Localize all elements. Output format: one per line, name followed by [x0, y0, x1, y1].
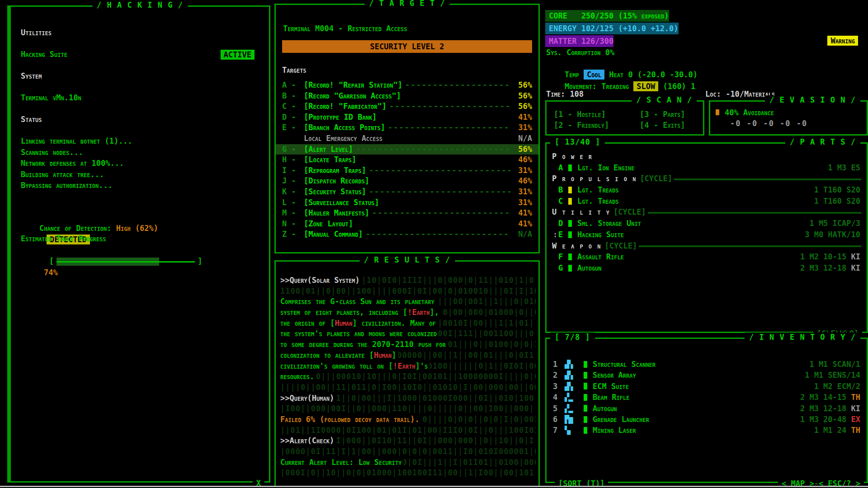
scan-option[interactable]: [1 - Hostile]: [554, 109, 640, 120]
detection-row: Chance of Detection: High (62%) DETECTED: [21, 211, 261, 223]
scan-option[interactable]: [3 - Parts]: [640, 109, 703, 120]
trace-progress-bar: [57, 258, 195, 266]
results-line: 1I|00||||0101||0|1I10|||001|01|I|01|||0|…: [280, 339, 536, 350]
hud-column: CORE 250/250 (15% exposed) ENERGY 102/12…: [545, 0, 868, 488]
results-line: 0|0|0||00000|0|||10|0I0|1I1I|||0|000|0|1…: [280, 275, 536, 286]
item-status-block: [584, 416, 587, 423]
target-row[interactable]: K - [Security Status]-------------------…: [276, 187, 538, 197]
data-noise: ||||0||00||11|011|0|I00|10I0||01010|I|00…: [280, 382, 536, 393]
results-line: |I00||000|00I||0||000|110||||0|||||0||00…: [280, 404, 536, 414]
results-line: 0||00|||000|I10|0|||010000|1I0100||||||0…: [280, 361, 536, 372]
target-row[interactable]: A - [Record! "Repair Station"]----------…: [276, 80, 538, 91]
target-row[interactable]: J - [Dispatch Records]46%: [276, 176, 538, 187]
target-row[interactable]: L - [Surveillance Status]31%: [276, 197, 538, 208]
parts-panel-title: / P A R T S /: [785, 137, 860, 146]
target-row[interactable]: H - [Locate Traps]46%: [276, 155, 538, 165]
part-row[interactable]: BLgt. Treads1 T160 S20: [547, 184, 867, 196]
trace-progress-row: [] 74%: [21, 244, 261, 256]
scan-panel-title: / S C A N /: [632, 95, 697, 104]
part-row[interactable]: GAutogun2 M3 12-18 KI: [547, 263, 867, 274]
hacking-status-line: Building attack tree...: [21, 169, 261, 180]
inventory-row[interactable]: 1▟▚Structural Scanner1 M1 SCAN/1: [547, 359, 867, 370]
data-noise: |0000|0I|11|I|1|00||000|0|0|0|0011||I0|0…: [280, 446, 536, 457]
scan-panel: / S C A N / [1 - Hostile][3 - Parts][2 -…: [545, 100, 704, 136]
scan-option[interactable]: [4 - Exits]: [640, 120, 703, 131]
results-lines: 0|0|0||00000|0|||10|0I0|1I1I|||0|000|0|1…: [280, 275, 536, 479]
results-line: ||||0||00||11|011|0|I00|10I0||01010|I|00…: [280, 382, 536, 393]
detection-value: High (62%): [116, 224, 158, 233]
active-badge: ACTIVE: [221, 50, 255, 60]
data-noise: |||100I0|||00010|10|||0|I0I|00101||10000…: [280, 371, 536, 382]
movement-speed-text: (160) 1: [658, 82, 695, 91]
results-line: |000001||0||0I||0011|1||0|0|0||||0|0|0||…: [280, 414, 536, 425]
item-status-block: [584, 372, 587, 379]
part-row[interactable]: DSml. Storage Unit1 M5 ICAP/3: [547, 218, 867, 229]
results-line: |000|||00|0|1|00II|I11|00I0000||||00|001…: [280, 296, 536, 307]
part-row[interactable]: FAssault Rifle1 M2 10-15 KI: [547, 251, 867, 263]
movement-row: Movement: Treading SLOW (160) 1: [546, 70, 695, 81]
part-status-block: [568, 253, 572, 260]
target-row[interactable]: E - [Branch Access Points]--------------…: [276, 122, 538, 133]
item-icon: ▞▂: [565, 403, 584, 414]
hacking-panel-title: / H A C K I N G /: [92, 0, 188, 9]
item-status-block: [584, 405, 587, 412]
hacking-status-line: Scanning nodes...: [21, 147, 261, 158]
part-section-header: W e a p o n[CYCLE]: [547, 240, 867, 252]
evasion-panel: / E V A S I O N / 40% Avoidance -0 -0 -0…: [709, 100, 868, 136]
target-row[interactable]: M - [Hauler Manifests]------------------…: [276, 208, 538, 219]
cycle-button[interactable]: [CYCLE]: [640, 173, 672, 184]
location-readout: Loc: -10/Materials: [705, 89, 775, 99]
hacking-suite-label: Hacking Suite: [21, 49, 67, 60]
item-icon: ▟▚: [565, 381, 584, 392]
results-line: |0|01000|1|1||0|00|||I|1000|01000I000||0…: [280, 393, 536, 404]
target-row[interactable]: Z - [Manual Command]--------------------…: [276, 229, 538, 240]
sys-corruption: Sys. Corruption 0%: [546, 47, 614, 58]
inventory-row[interactable]: 2▟▚Sensor Array1 M1 SENS/14: [547, 370, 867, 380]
parts-count: [ 13/40 ]: [550, 137, 605, 146]
results-line: ||0|10||1|0I|000||0I10|11||0I||000|000||…: [280, 436, 536, 446]
cycle-button[interactable]: [CYCLE]: [605, 240, 637, 252]
hacking-status-line: Network defenses at 100%...: [21, 158, 261, 169]
parts-panel: [ 13/40 ] / P A R T S / [C\E\W\Q] P o w …: [545, 142, 868, 333]
cycle-button[interactable]: [CYCLE]: [613, 206, 646, 218]
data-noise: |000I|0||10||0|0|01000|100100I11|00||1|I…: [280, 468, 536, 479]
inventory-row[interactable]: 3▟▚ECM Suite1 M2 ECM/2: [547, 381, 867, 392]
results-panel-title: / R E S U L T S /: [359, 255, 455, 264]
results-line: |1|0|00||0|0|||I|000|0000000||00||1||00|…: [280, 350, 536, 361]
part-row[interactable]: ALgt. Ion Engine1 M3 E5: [547, 162, 867, 174]
target-row[interactable]: G - [Alert Level]-----------------------…: [276, 144, 538, 155]
inventory-row[interactable]: 7▚▖Mining Laser1 M1 24 TH: [547, 425, 867, 436]
target-row[interactable]: N - [Zone Layout]41%: [276, 219, 538, 230]
utilities-heading: Utilities: [21, 27, 261, 38]
part-status-block: [568, 187, 572, 193]
movement-slow-badge: SLOW: [633, 81, 658, 91]
inventory-panel: [ 7/8 ] / I N V E N T O R Y / [SORT (T)]…: [545, 338, 868, 483]
trace-close-bracket: ]: [198, 257, 202, 266]
hacking-status-line: Bypassing authorization...: [21, 180, 261, 191]
target-row[interactable]: B - [Record "Garrison Access"]56%: [276, 91, 538, 102]
inventory-row[interactable]: 4▞▂Beam Rifle2 M3 14-15 TH: [547, 392, 867, 403]
inventory-row[interactable]: 6▛▆Grenade Launcher1 M3 20-48 EX: [547, 414, 867, 425]
target-row[interactable]: Local Emergency AccessN/A: [276, 133, 538, 144]
target-row[interactable]: D - [Prototype ID Bank]41%: [276, 112, 538, 123]
part-row[interactable]: :EHacking Suite3 M0 HATK/10: [547, 229, 867, 240]
avoidance-value: 40% Avoidance: [725, 108, 774, 117]
part-row[interactable]: CLgt. Treads1 T160 S20: [547, 196, 867, 207]
results-line: 0|||I00|0||0010|1||0|0|01I|0|I000I|111||…: [280, 328, 536, 339]
system-heading: System: [21, 70, 261, 82]
inventory-count: [ 7/8 ]: [550, 333, 595, 342]
temp-row: Temp Cool Heat 0 (-20.0 -30.0): [546, 58, 698, 69]
target-row[interactable]: C - [Record! "Fabricator"]--------------…: [276, 101, 538, 112]
data-noise: |I00||000|00I||0||000|110||||0|||||0||00…: [280, 404, 536, 414]
item-icon: ▛▆: [565, 414, 584, 425]
item-status-block: [584, 427, 587, 434]
cogmind-game-screen: { "colors":{"accent_green":"#00c400","bo…: [0, 0, 868, 488]
part-section-header: P o w e r: [547, 151, 867, 162]
evasion-panel-title: / E V A S I O N /: [765, 95, 860, 104]
inventory-row[interactable]: 5▞▂Autogun2 M3 12-18 KI: [547, 403, 867, 414]
target-row[interactable]: I - [Reprogram Traps]-------------------…: [276, 165, 538, 176]
part-status-block: [568, 220, 572, 227]
hacking-status-lines: Linking terminal botnet (1)...Scanning n…: [21, 136, 261, 191]
item-status-block: [584, 361, 587, 368]
scan-option[interactable]: [2 - Friendly]: [554, 120, 640, 131]
